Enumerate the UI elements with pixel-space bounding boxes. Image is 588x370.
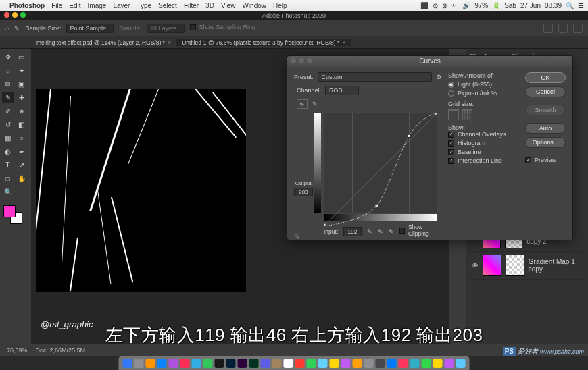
layer-name[interactable]: Gradient Map 1 copy (529, 258, 583, 273)
frame-tool[interactable]: ▣ (16, 78, 27, 90)
layer-thumb[interactable] (483, 255, 501, 276)
light-radio[interactable]: Light (0-255) (448, 81, 520, 88)
show-sampling-ring-check[interactable]: Show Sampling Ring (190, 24, 256, 30)
search-icon[interactable]: 🔍 (566, 2, 574, 9)
doc-size[interactable]: Doc: 2,66M/25,5M (36, 347, 86, 354)
wand-tool[interactable]: ✦ (16, 65, 27, 76)
type-tool[interactable]: T (2, 159, 14, 171)
move-tool[interactable]: ✥ (2, 51, 14, 63)
edit-toolbar[interactable]: ⋯ (16, 186, 27, 198)
menu-filter[interactable]: Filter (184, 2, 199, 9)
workspace-icon[interactable] (543, 24, 553, 33)
dock-app[interactable] (433, 359, 443, 368)
dock-app[interactable] (330, 359, 339, 368)
eraser-tool[interactable]: ◧ (16, 119, 27, 130)
cancel-button[interactable]: Cancel (525, 86, 566, 97)
stamp-tool[interactable]: ⎈ (16, 105, 27, 117)
ok-button[interactable]: OK (525, 72, 566, 83)
dock-app[interactable] (203, 359, 213, 368)
curves-graph[interactable] (324, 113, 437, 213)
search-ps-icon[interactable] (558, 24, 568, 33)
tab-2[interactable]: Untitled-1 @ 76,6% (plastic texture 3 by… (176, 39, 351, 46)
menu-layer[interactable]: Layer (113, 2, 130, 9)
menu-window[interactable]: Window (242, 2, 266, 9)
menu-edit[interactable]: Edit (69, 2, 80, 9)
channel-select[interactable]: RGB (325, 86, 359, 95)
menu-file[interactable]: File (51, 2, 62, 9)
close-icon[interactable]: × (342, 39, 345, 46)
auto-button[interactable]: Auto (525, 123, 566, 134)
color-swatches[interactable] (2, 204, 29, 224)
grid-fine[interactable] (462, 109, 472, 120)
menu-icon[interactable]: ☰ (578, 2, 584, 9)
path-tool[interactable]: ↗ (16, 159, 27, 171)
pencil-tool-icon[interactable]: ✎ (310, 100, 320, 108)
dialog-titlebar[interactable]: Curves (287, 56, 572, 67)
dock-app[interactable] (215, 359, 224, 368)
marquee-tool[interactable]: ▭ (16, 51, 27, 63)
dock-app[interactable] (192, 359, 201, 368)
curve-tool-icon[interactable]: ∿ (297, 99, 308, 109)
tab-1[interactable]: melting text effect.psd @ 114% (Layer 2,… (31, 39, 176, 46)
menu-image[interactable]: Image (88, 2, 107, 9)
dock-app[interactable] (146, 359, 155, 368)
menu-3d[interactable]: 3D (205, 2, 214, 9)
check-intersection[interactable]: ✓Intersection Line (448, 157, 520, 164)
dock-app[interactable] (387, 359, 397, 368)
zoom-tool[interactable]: 🔍 (2, 186, 14, 198)
history-brush-tool[interactable]: ↺ (2, 119, 14, 130)
sample-size-select[interactable]: Point Sample (66, 24, 114, 33)
pen-tool[interactable]: ✒ (16, 146, 27, 157)
dock-app[interactable] (157, 359, 167, 368)
dock-app[interactable] (272, 359, 282, 368)
blur-tool[interactable]: ○ (16, 132, 27, 144)
lasso-tool[interactable]: ⌕ (2, 65, 14, 76)
dock-app[interactable] (169, 359, 178, 368)
brush-tool[interactable]: ✐ (2, 105, 14, 117)
dock-app[interactable] (318, 359, 328, 368)
dock-app[interactable] (364, 359, 374, 368)
dock-app[interactable] (249, 359, 259, 368)
dock-app[interactable] (307, 359, 316, 368)
hand-tool[interactable]: ✋ (16, 173, 27, 184)
preview-check[interactable]: ✓Preview (525, 157, 566, 163)
dock-app[interactable] (410, 359, 420, 368)
eyedropper-tool-icon[interactable]: ✎ (14, 25, 20, 32)
menu-type[interactable]: Type (137, 2, 151, 9)
check-baseline[interactable]: ✓Baseline (448, 149, 520, 155)
zoom-level[interactable]: 76,59% (7, 347, 28, 354)
menu-help[interactable]: Help (273, 2, 287, 9)
dock-app[interactable] (180, 359, 190, 368)
visibility-icon[interactable]: 👁 (472, 262, 479, 269)
window-controls[interactable] (4, 12, 26, 18)
output-value[interactable]: 203 (294, 188, 313, 196)
dialog-window-controls[interactable] (291, 58, 312, 63)
menu-select[interactable]: Select (158, 2, 177, 9)
dock-app[interactable] (123, 359, 132, 368)
gray-point-eyedropper[interactable]: ✎ (378, 228, 383, 235)
preset-select[interactable]: Custom (318, 72, 432, 82)
pigment-radio[interactable]: Pigment/Ink % (448, 90, 520, 97)
hand-icon[interactable]: ☟ (295, 233, 299, 240)
macos-dock[interactable] (119, 356, 470, 370)
dock-app[interactable] (284, 359, 293, 368)
gradient-tool[interactable]: ▦ (2, 132, 14, 144)
dock-app[interactable] (226, 359, 236, 368)
options-button[interactable]: Options... (525, 137, 566, 148)
document-canvas[interactable] (36, 89, 246, 292)
home-icon[interactable]: ⌂ (5, 25, 9, 32)
dock-app[interactable] (445, 359, 454, 368)
layer-mask-thumb[interactable] (506, 255, 524, 276)
input-value[interactable]: 192 (343, 227, 361, 236)
white-point-eyedropper[interactable]: ✎ (389, 228, 394, 235)
check-histogram[interactable]: ✓Histogram (448, 140, 520, 147)
layer-row[interactable]: 👁 Gradient Map 1 copy (469, 252, 585, 280)
dock-app[interactable] (456, 359, 466, 368)
preset-menu-icon[interactable]: ⚙ (436, 74, 441, 80)
eyedropper-tool[interactable]: ✎ (2, 92, 14, 103)
close-icon[interactable]: × (168, 39, 171, 46)
share-icon[interactable] (573, 24, 583, 33)
shape-tool[interactable]: □ (2, 173, 14, 184)
grid-coarse[interactable] (448, 109, 459, 120)
dock-app[interactable] (295, 359, 305, 368)
